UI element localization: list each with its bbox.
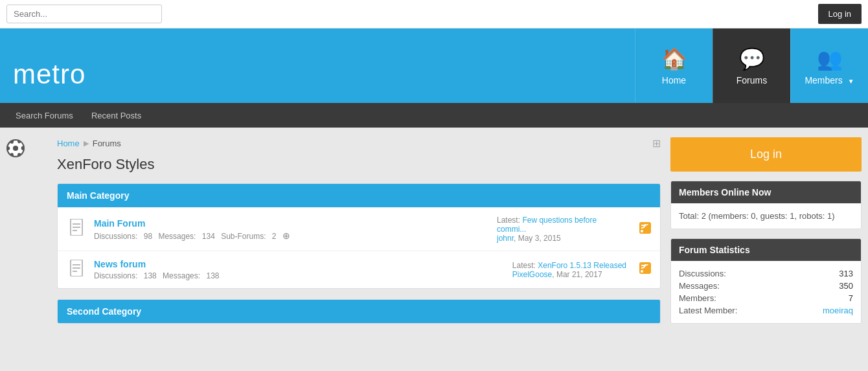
latest-user-news[interactable]: PixelGoose: [512, 270, 552, 279]
forum-info-main: Main Forum Discussions: 98 Messages: 134…: [94, 218, 489, 241]
search-forums-link[interactable]: Search Forums: [6, 104, 82, 127]
members-online-body: Total: 2 (members: 0, guests: 1, robots:…: [671, 203, 861, 229]
messages-count-main: 134: [202, 232, 215, 241]
forum-rss-main[interactable]: [639, 222, 651, 237]
nav-tab-members-label: Members ▼: [805, 75, 854, 85]
stat-row-members: Members: 7: [679, 293, 853, 303]
forum-statistics-header: Forum Statistics: [671, 239, 861, 261]
stat-value-messages: 350: [839, 281, 853, 291]
breadcrumb-separator: ▶: [84, 139, 89, 148]
stats-list: Discussions: 313 Messages: 350 Members: …: [679, 269, 853, 315]
stat-value-members: 7: [849, 293, 853, 303]
home-icon: 🏠: [661, 47, 687, 71]
recent-posts-link[interactable]: Recent Posts: [82, 104, 150, 127]
content-area: Home ▶ Forums ⊞ XenForo Styles Main Cate…: [57, 137, 661, 334]
messages-count-news: 138: [206, 271, 219, 280]
discussions-label-main: Discussions:: [94, 232, 137, 241]
stat-label-discussions: Discussions:: [679, 269, 726, 278]
stat-row-messages: Messages: 350: [679, 281, 853, 291]
category-main: Main Category Main Forum: [57, 183, 661, 289]
subforums-count-main: 2: [272, 232, 277, 241]
latest-label-news: Latest:: [512, 261, 536, 270]
stat-value-discussions: 313: [839, 269, 853, 278]
latest-user-main[interactable]: johnr: [497, 234, 514, 243]
messages-label-main: Messages:: [158, 232, 196, 241]
brand-title: metro: [13, 59, 86, 90]
members-dropdown-arrow: ▼: [848, 78, 854, 85]
stat-value-latest-member[interactable]: moeiraq: [823, 306, 853, 315]
gear-container: [0, 128, 25, 344]
latest-date-main: May 3, 2015: [518, 234, 561, 243]
forum-latest-news: Latest: XenForo 1.5.13 Released PixelGoo…: [512, 261, 626, 279]
stat-label-latest-member: Latest Member:: [679, 306, 737, 315]
page-title: XenForo Styles: [57, 156, 661, 173]
members-online-total: Total: 2 (members: 0, guests: 1, robots:…: [679, 211, 835, 221]
svg-point-11: [641, 270, 643, 273]
forum-statistics-box: Forum Statistics Discussions: 313 Messag…: [670, 238, 862, 324]
forum-doc-icon: [67, 219, 86, 240]
category-second: Second Category: [57, 299, 661, 324]
discussions-count-news: 138: [144, 271, 157, 280]
nav-tab-forums[interactable]: 💬 Forums: [713, 28, 790, 103]
header: metro 🏠 Home 💬 Forums 👥 Members ▼: [0, 28, 868, 103]
forum-name-main[interactable]: Main Forum: [94, 218, 145, 229]
right-sidebar: Log in Members Online Now Total: 2 (memb…: [670, 137, 862, 334]
stat-row-discussions: Discussions: 313: [679, 269, 853, 278]
category-main-header: Main Category: [58, 184, 660, 207]
forum-meta-main: Discussions: 98 Messages: 134 Sub-Forums…: [94, 230, 489, 241]
login-button-top[interactable]: Log in: [818, 4, 862, 24]
breadcrumb-home[interactable]: Home: [57, 139, 80, 148]
category-second-header: Second Category: [58, 300, 660, 323]
latest-label-main: Latest:: [497, 216, 520, 225]
forum-row-main: Main Forum Discussions: 98 Messages: 134…: [58, 207, 660, 251]
forum-rss-news[interactable]: [639, 262, 651, 277]
forum-row-news: News forum Discussions: 138 Messages: 13…: [58, 251, 660, 288]
latest-date-news: Mar 21, 2017: [556, 270, 602, 279]
breadcrumb: Home ▶ Forums ⊞: [57, 137, 661, 150]
latest-thread-news[interactable]: XenForo 1.5.13 Released: [538, 261, 626, 270]
nav-tab-home[interactable]: 🏠 Home: [635, 28, 713, 103]
nav-tab-members[interactable]: 👥 Members ▼: [790, 28, 868, 103]
members-online-box: Members Online Now Total: 2 (members: 0,…: [670, 181, 862, 229]
forum-doc-icon-news: [67, 260, 86, 280]
forum-meta-news: Discussions: 138 Messages: 138: [94, 271, 505, 280]
forum-latest-main: Latest: Few questions before commi... jo…: [497, 216, 626, 243]
members-online-header: Members Online Now: [671, 181, 861, 203]
nav-tab-forums-label: Forums: [737, 75, 767, 85]
subforums-label-main: Sub-Forums:: [221, 232, 266, 241]
forum-statistics-body: Discussions: 313 Messages: 350 Members: …: [671, 261, 861, 323]
main-container: Home ▶ Forums ⊞ XenForo Styles Main Cate…: [25, 128, 868, 344]
members-icon: 👥: [817, 47, 843, 71]
search-input[interactable]: [6, 5, 162, 23]
stat-label-messages: Messages:: [679, 281, 720, 291]
sub-nav: Search Forums Recent Posts: [0, 103, 868, 128]
gear-icon[interactable]: [6, 139, 25, 157]
stat-label-members: Members:: [679, 293, 716, 303]
stat-row-latest-member: Latest Member: moeiraq: [679, 306, 853, 315]
subforum-expand-icon[interactable]: ⊕: [282, 230, 290, 241]
discussions-count-main: 98: [144, 232, 152, 241]
top-bar: Log in: [0, 0, 868, 28]
forums-icon: 💬: [739, 47, 765, 71]
svg-point-5: [641, 230, 643, 232]
nav-tab-home-label: Home: [662, 75, 686, 85]
main-layout: Home ▶ Forums ⊞ XenForo Styles Main Cate…: [0, 128, 868, 344]
forum-info-news: News forum Discussions: 138 Messages: 13…: [94, 259, 505, 280]
breadcrumb-current: Forums: [93, 139, 121, 148]
login-button-sidebar[interactable]: Log in: [670, 137, 862, 172]
header-brand: metro: [0, 28, 635, 103]
forum-name-news[interactable]: News forum: [94, 259, 146, 269]
nav-tabs: 🏠 Home 💬 Forums 👥 Members ▼: [635, 28, 868, 103]
discussions-label-news: Discussions:: [94, 271, 137, 280]
messages-label-news: Messages:: [163, 271, 200, 280]
rss-icon[interactable]: ⊞: [652, 137, 661, 150]
